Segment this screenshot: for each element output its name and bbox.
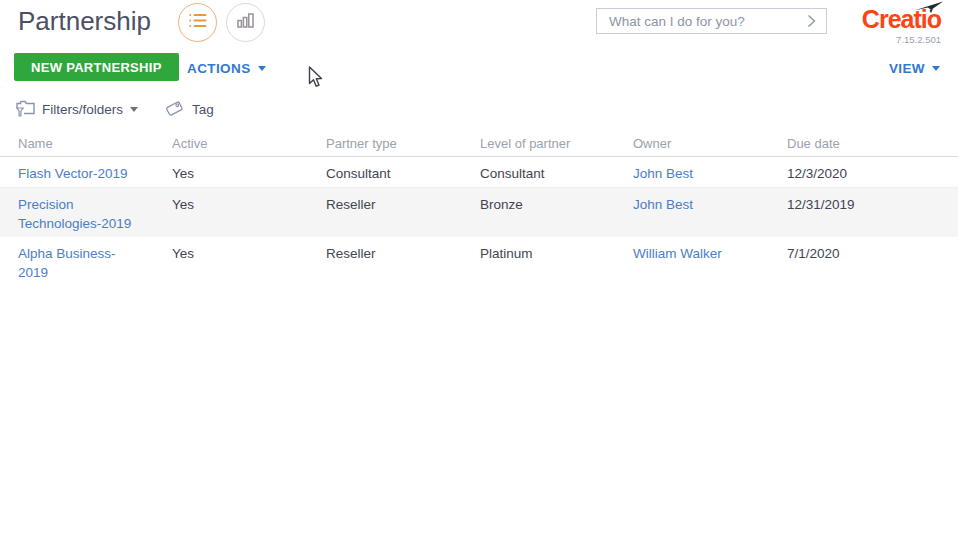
filters-folders-dropdown[interactable]: Filters/folders (16, 99, 138, 119)
level-value: Consultant (462, 157, 615, 187)
search-input[interactable] (597, 14, 796, 29)
bar-chart-icon (237, 13, 254, 32)
search-submit-button[interactable] (796, 9, 826, 33)
owner-link[interactable]: John Best (633, 197, 693, 212)
owner-link[interactable]: William Walker (633, 246, 722, 261)
level-value: Bronze (462, 188, 615, 237)
view-label: VIEW (889, 61, 925, 76)
active-value: Yes (154, 188, 308, 237)
table-body: Flash Vector-2019 Yes Consultant Consult… (0, 157, 958, 268)
list-icon (189, 13, 207, 32)
table-header-row: Name Active Partner type Level of partne… (0, 131, 958, 157)
folder-funnel-icon (16, 99, 35, 119)
version-label: 7.15.2.501 (845, 34, 941, 45)
active-value: Yes (154, 157, 308, 187)
view-dropdown[interactable]: VIEW (889, 61, 940, 76)
actions-label: ACTIONS (187, 61, 251, 76)
column-header-partner-type[interactable]: Partner type (308, 131, 462, 156)
column-header-active[interactable]: Active (154, 131, 308, 156)
creatio-logo: Creatio (845, 4, 941, 34)
partnership-name-link[interactable]: Flash Vector-2019 (18, 166, 128, 181)
partnership-table: Name Active Partner type Level of partne… (0, 131, 958, 268)
due-date-value: 12/3/2020 (769, 157, 958, 187)
page-title: Partnership (18, 6, 151, 37)
table-row[interactable]: Flash Vector-2019 Yes Consultant Consult… (0, 157, 958, 188)
command-line-search (596, 8, 827, 34)
new-partnership-button[interactable]: NEW PARTNERSHIP (14, 53, 179, 81)
partner-type-value: Reseller (308, 237, 462, 282)
due-date-value: 7/1/2020 (769, 237, 958, 282)
owner-link[interactable]: John Best (633, 166, 693, 181)
table-row-selected[interactable]: Precision Technologies-2019 Yes Reseller… (0, 188, 958, 237)
chevron-right-icon (807, 14, 816, 28)
partner-type-value: Reseller (308, 188, 462, 237)
paper-plane-icon (914, 0, 944, 18)
actions-dropdown[interactable]: ACTIONS (187, 61, 266, 76)
analytics-view-button[interactable] (226, 3, 265, 42)
column-header-name[interactable]: Name (0, 131, 154, 156)
active-value: Yes (154, 237, 308, 282)
table-row[interactable]: Alpha Business-2019 Yes Reseller Platinu… (0, 237, 958, 268)
caret-down-icon (258, 66, 266, 71)
due-date-value: 12/31/2019 (769, 188, 958, 237)
tag-icon (164, 100, 185, 118)
column-header-owner[interactable]: Owner (615, 131, 769, 156)
column-header-level[interactable]: Level of partner (462, 131, 615, 156)
filters-folders-label: Filters/folders (42, 102, 123, 117)
list-view-button[interactable] (178, 3, 217, 42)
partnership-page: Partnership (0, 0, 958, 559)
column-header-due-date[interactable]: Due date (769, 131, 958, 156)
caret-down-icon (130, 107, 138, 112)
filter-bar: Filters/folders Tag (16, 99, 214, 119)
partnership-name-link[interactable]: Precision Technologies-2019 (18, 197, 131, 231)
partner-type-value: Consultant (308, 157, 462, 187)
level-value: Platinum (462, 237, 615, 282)
partnership-name-link[interactable]: Alpha Business-2019 (18, 246, 116, 280)
caret-down-icon (932, 66, 940, 71)
tag-label: Tag (192, 102, 214, 117)
mouse-cursor (308, 66, 324, 92)
tag-button[interactable]: Tag (164, 100, 214, 118)
